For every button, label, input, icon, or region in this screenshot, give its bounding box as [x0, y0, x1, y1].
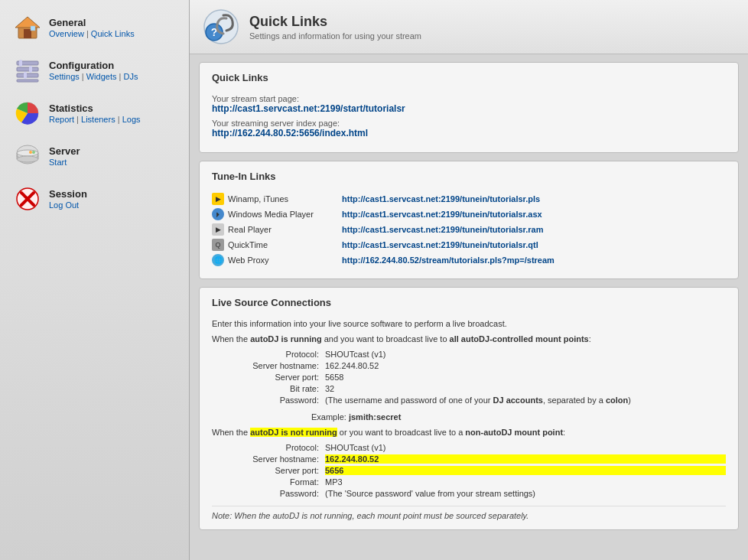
sidebar-item-configuration[interactable]: Configuration Settings | Widgets | DJs	[6, 50, 183, 90]
header-title: Quick Links	[249, 14, 421, 30]
config-djs-link[interactable]: DJs	[123, 72, 138, 81]
tunein-url[interactable]: http://cast1.servcast.net:2199/tunein/tu…	[342, 210, 542, 219]
stats-logs-link[interactable]: Logs	[122, 115, 141, 124]
hostname-label-2: Server hostname:	[227, 454, 319, 464]
svg-point-17	[17, 156, 38, 162]
live-source-title: Live Source Connections	[212, 297, 726, 311]
svg-marker-1	[15, 17, 40, 28]
tunein-row: ▶ Winamp, iTunes http://cast1.servcast.n…	[212, 193, 726, 205]
server-index-url[interactable]: http://162.244.80.52:5656/index.html	[212, 128, 726, 138]
server-nav-text: Server Start	[49, 145, 80, 167]
svg-rect-7	[17, 80, 38, 82]
config-widgets-link[interactable]: Widgets	[86, 72, 117, 81]
autodj-running-details: Protocol: SHOUTcast (v1) Server hostname…	[227, 350, 726, 405]
config-title: Configuration	[49, 60, 138, 71]
format-label: Format:	[227, 477, 319, 487]
wmp-icon: ⏵	[212, 208, 224, 220]
config-settings-link[interactable]: Settings	[49, 72, 80, 81]
bitrate-label: Bit rate:	[227, 384, 319, 393]
sidebar-item-session[interactable]: Session Log Out	[6, 179, 183, 219]
tunein-url[interactable]: http://cast1.servcast.net:2199/tunein/tu…	[342, 225, 543, 234]
tunein-row: ⏵ Windows Media Player http://cast1.serv…	[212, 208, 726, 220]
svg-rect-5	[17, 67, 38, 71]
svg-rect-3	[31, 26, 35, 31]
password-value-1: (The username and password of one of you…	[325, 396, 726, 405]
quicktime-icon: Q	[212, 239, 224, 251]
svg-point-18	[32, 151, 35, 154]
session-title: Session	[49, 188, 87, 200]
config-nav-text: Configuration Settings | Widgets | DJs	[49, 60, 138, 81]
winamp-icon: ▶	[212, 193, 224, 205]
general-overview-link[interactable]: Overview	[49, 29, 84, 38]
autodj-not-running-details: Protocol: SHOUTcast (v1) Server hostname…	[227, 443, 726, 498]
password-value-2: (The 'Source password' value from your s…	[325, 489, 726, 498]
tunein-title: Tune-In Links	[212, 171, 726, 185]
protocol-value-1: SHOUTcast (v1)	[325, 350, 726, 359]
tunein-label: 🌐 Web Proxy	[212, 254, 342, 266]
port-label-2: Server port:	[227, 466, 319, 475]
sidebar-item-statistics[interactable]: Statistics Report | Listeners | Logs	[6, 93, 183, 133]
tunein-row: 🌐 Web Proxy http://162.244.80.52/stream/…	[212, 254, 726, 266]
stats-listeners-link[interactable]: Listeners	[81, 115, 115, 124]
protocol-value-2: SHOUTcast (v1)	[325, 443, 726, 452]
tunein-label-text: Winamp, iTunes	[228, 194, 288, 203]
content-area: Quick Links Your stream start page: http…	[190, 54, 748, 560]
sidebar-item-general[interactable]: General Overview | Quick Links	[6, 8, 183, 47]
tunein-rows: ▶ Winamp, iTunes http://cast1.servcast.n…	[212, 193, 726, 266]
server-title: Server	[49, 145, 80, 157]
stream-page-label: Your stream start page:	[212, 94, 726, 103]
stats-title: Statistics	[49, 103, 141, 114]
svg-rect-8	[19, 60, 22, 67]
server-icon	[14, 142, 41, 170]
protocol-label-2: Protocol:	[227, 443, 319, 452]
svg-rect-10	[24, 72, 27, 79]
port-label-1: Server port:	[227, 373, 319, 382]
tunein-url[interactable]: http://cast1.servcast.net:2199/tunein/tu…	[342, 194, 540, 203]
general-quicklinks-link[interactable]: Quick Links	[91, 29, 135, 38]
general-links[interactable]: Overview | Quick Links	[49, 29, 135, 38]
tunein-section: Tune-In Links ▶ Winamp, iTunes http://ca…	[199, 161, 739, 279]
general-title: General	[49, 17, 135, 28]
bitrate-value: 32	[325, 384, 726, 393]
svg-rect-2	[24, 29, 31, 38]
server-index-label: Your streaming server index page:	[212, 119, 726, 128]
svg-point-19	[29, 151, 32, 154]
tunein-label-text: Real Player	[228, 225, 272, 234]
general-nav-text: General Overview | Quick Links	[49, 17, 135, 38]
session-links[interactable]: Log Out	[49, 200, 87, 210]
password-label-1: Password:	[227, 396, 319, 405]
main-area: ? Quick Links Settings and information f…	[190, 0, 748, 560]
tunein-label-text: Web Proxy	[228, 256, 269, 265]
tunein-label: ▶ Winamp, iTunes	[212, 193, 342, 205]
tunein-label: ▶ Real Player	[212, 223, 342, 236]
house-icon	[14, 14, 41, 41]
tunein-url[interactable]: http://cast1.servcast.net:2199/tunein/tu…	[342, 240, 538, 249]
tunein-url[interactable]: http://162.244.80.52/stream/tutorialsr.p…	[342, 256, 554, 265]
autodj-running-subtitle: When the autoDJ is running and you want …	[212, 334, 726, 343]
session-nav-text: Session Log Out	[49, 188, 87, 210]
port-value-2: 5656	[325, 466, 726, 475]
stream-page-url[interactable]: http://cast1.servcast.net:2199/start/tut…	[212, 103, 726, 114]
config-icon	[14, 57, 41, 84]
tunein-label-text: Windows Media Player	[228, 210, 314, 219]
server-start-link[interactable]: Start	[49, 158, 67, 167]
svg-rect-9	[29, 66, 32, 73]
tunein-label: Q QuickTime	[212, 239, 342, 251]
tunein-label-text: QuickTime	[228, 240, 268, 249]
config-links[interactable]: Settings | Widgets | DJs	[49, 72, 138, 81]
password-label-2: Password:	[227, 489, 319, 498]
server-links[interactable]: Start	[49, 158, 80, 167]
header-subtitle: Settings and information for using your …	[249, 31, 421, 41]
live-intro-text: Enter this information into your live so…	[212, 319, 726, 328]
session-logout-link[interactable]: Log Out	[49, 200, 79, 210]
stats-report-link[interactable]: Report	[49, 115, 74, 124]
page-header: ? Quick Links Settings and information f…	[190, 0, 748, 54]
live-source-section: Live Source Connections Enter this infor…	[199, 287, 739, 530]
stats-links[interactable]: Report | Listeners | Logs	[49, 115, 141, 124]
quicklinks-header-icon: ?	[202, 8, 240, 46]
format-value: MP3	[325, 477, 726, 487]
autodj-not-running-subtitle: When the autoDJ is not running or you wa…	[212, 428, 726, 437]
stats-nav-text: Statistics Report | Listeners | Logs	[49, 103, 141, 124]
sidebar-item-server[interactable]: Server Start	[6, 136, 183, 176]
tunein-label: ⏵ Windows Media Player	[212, 208, 342, 220]
